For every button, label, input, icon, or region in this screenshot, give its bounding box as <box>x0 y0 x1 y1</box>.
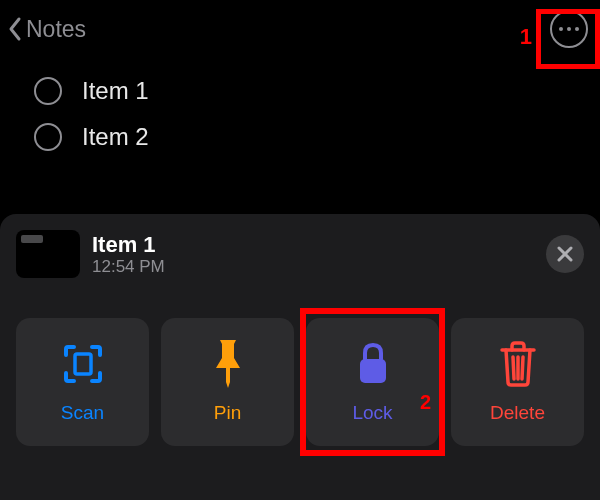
lock-label: Lock <box>352 402 392 424</box>
list-item[interactable]: Item 1 <box>34 68 580 114</box>
list-item[interactable]: Item 2 <box>34 114 580 160</box>
sheet-timestamp: 12:54 PM <box>92 257 534 277</box>
lock-icon <box>353 340 393 388</box>
pin-label: Pin <box>214 402 241 424</box>
notes-list: Item 1 Item 2 <box>0 58 600 160</box>
svg-line-6 <box>513 357 514 379</box>
radio-unchecked-icon[interactable] <box>34 77 62 105</box>
ellipsis-icon <box>559 27 563 31</box>
delete-button[interactable]: Delete <box>451 318 584 446</box>
annotation-label-1: 1 <box>520 24 532 50</box>
back-label: Notes <box>26 16 86 43</box>
nav-bar: Notes <box>0 0 600 58</box>
pin-button[interactable]: Pin <box>161 318 294 446</box>
pin-icon <box>208 340 248 388</box>
scan-label: Scan <box>61 402 104 424</box>
list-item-label: Item 2 <box>82 123 149 151</box>
annotation-label-2: 2 <box>420 391 431 414</box>
sheet-header: Item 1 12:54 PM <box>16 230 584 278</box>
back-button[interactable]: Notes <box>6 15 86 43</box>
svg-rect-4 <box>360 359 386 383</box>
delete-label: Delete <box>490 402 545 424</box>
scan-button[interactable]: Scan <box>16 318 149 446</box>
sheet-title-block: Item 1 12:54 PM <box>92 232 534 277</box>
svg-rect-3 <box>226 368 230 382</box>
action-sheet: Item 1 12:54 PM <box>0 214 600 500</box>
scan-icon <box>60 340 106 388</box>
note-thumbnail <box>16 230 80 278</box>
svg-line-8 <box>522 357 523 379</box>
action-row: Scan Pin 2 Lock <box>16 318 584 446</box>
lock-button[interactable]: 2 Lock <box>306 318 439 446</box>
trash-icon <box>497 340 539 388</box>
close-icon <box>556 245 574 263</box>
sheet-title: Item 1 <box>92 232 534 258</box>
svg-rect-2 <box>75 354 91 374</box>
radio-unchecked-icon[interactable] <box>34 123 62 151</box>
close-button[interactable] <box>546 235 584 273</box>
list-item-label: Item 1 <box>82 77 149 105</box>
chevron-left-icon <box>6 15 24 43</box>
more-button[interactable] <box>550 10 588 48</box>
